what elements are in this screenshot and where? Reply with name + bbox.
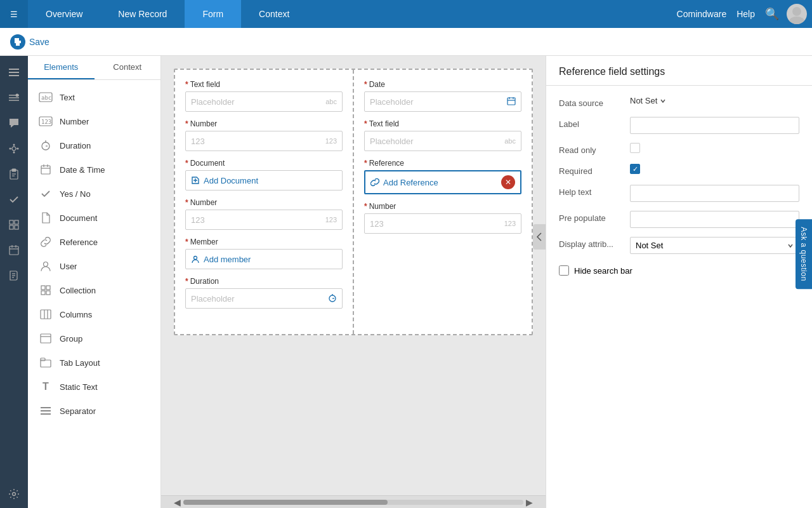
read-only-checkbox[interactable] <box>630 143 640 153</box>
add-member-btn[interactable]: Add member <box>191 255 251 264</box>
text-element-icon: abc <box>38 90 53 105</box>
scrollbar-track[interactable] <box>183 500 523 505</box>
list-item[interactable]: T Static Text <box>28 375 160 399</box>
sidebar-check-icon[interactable] <box>3 188 25 211</box>
data-source-dropdown[interactable]: Not Set <box>630 96 799 105</box>
svg-rect-67 <box>508 98 515 105</box>
settings-panel: Reference field settings Data source Not… <box>546 56 812 508</box>
tab-context-panel[interactable]: Context <box>95 56 161 79</box>
list-item[interactable]: Yes / No <box>28 182 160 206</box>
field-input-member-1[interactable]: Add member <box>185 249 343 269</box>
brand-name: Comindware <box>677 9 727 19</box>
data-source-value: Not Set <box>630 96 799 105</box>
list-item[interactable]: Separator <box>28 399 160 423</box>
svg-rect-3 <box>16 43 20 46</box>
list-item[interactable]: abc Text <box>28 85 160 109</box>
tab-form[interactable]: Form <box>185 0 241 28</box>
save-button[interactable]: Save <box>10 34 49 50</box>
list-item[interactable]: User <box>28 254 160 278</box>
required-value: ✓ <box>630 164 799 174</box>
datetime-element-icon <box>38 162 53 177</box>
svg-point-15 <box>10 148 11 150</box>
field-group-date-1: * Date Placeholder <box>364 80 521 112</box>
pre-populate-input[interactable] <box>630 211 799 228</box>
list-item[interactable]: Date & Time <box>28 157 160 182</box>
svg-rect-58 <box>41 360 51 367</box>
list-item[interactable]: Reference <box>28 230 160 254</box>
svg-rect-29 <box>10 246 18 255</box>
save-label: Save <box>29 37 49 47</box>
ask-question-button[interactable]: Ask a question <box>796 219 812 289</box>
add-document-btn[interactable]: Add Document <box>191 176 258 185</box>
field-input-text-1[interactable]: Placeholder abc <box>185 91 343 112</box>
svg-text:123: 123 <box>41 119 51 125</box>
sidebar-calendar-icon[interactable] <box>3 239 25 262</box>
field-input-number-1[interactable]: 123 123 <box>185 131 343 151</box>
add-reference-btn[interactable]: Add Reference <box>370 178 438 187</box>
data-source-label: Data source <box>559 96 622 108</box>
help-link[interactable]: Help <box>737 9 755 19</box>
collection-element-icon <box>38 283 53 298</box>
scroll-right-arrow[interactable]: ▶ <box>523 497 535 507</box>
display-attrib-value: Not Set <box>630 237 799 254</box>
label-input[interactable] <box>630 117 799 134</box>
tab-new-record[interactable]: New Record <box>100 0 185 28</box>
hamburger-button[interactable]: ☰ <box>0 0 28 28</box>
sidebar-hub-icon[interactable] <box>3 137 25 160</box>
field-input-textfield-right-1[interactable]: Placeholder abc <box>364 131 521 151</box>
list-item[interactable]: Tab Layout <box>28 351 160 375</box>
display-attrib-label: Display attrib... <box>559 237 622 249</box>
field-input-document-1[interactable]: Add Document <box>185 170 343 190</box>
sidebar-lines-icon[interactable] <box>3 86 25 109</box>
field-label-text-1: * Text field <box>185 80 343 89</box>
sidebar-settings-icon[interactable] <box>3 483 25 505</box>
field-group-number-2: * Number 123 123 <box>185 198 343 230</box>
scroll-left-arrow[interactable]: ◀ <box>171 497 183 507</box>
field-group-number-3: * Number 123 123 <box>364 202 521 234</box>
canvas-area: * Text field Placeholder abc * Number <box>161 56 546 508</box>
sidebar-chat-icon[interactable] <box>3 112 25 135</box>
label-value <box>630 117 799 134</box>
svg-point-16 <box>17 148 19 150</box>
field-input-duration-1[interactable]: Placeholder <box>185 288 343 309</box>
duration-element-icon <box>38 138 53 153</box>
list-item[interactable]: Document <box>28 206 160 230</box>
settings-title: Reference field settings <box>546 56 812 86</box>
field-input-number-3[interactable]: 123 123 <box>364 213 521 234</box>
toggle-panel-button[interactable] <box>533 224 546 250</box>
tab-elements[interactable]: Elements <box>28 56 95 79</box>
tab-context[interactable]: Context <box>241 0 307 28</box>
elements-panel: Elements Context abc Text 123 Number <box>28 56 161 508</box>
list-item[interactable]: Group <box>28 326 160 351</box>
help-text-input[interactable] <box>630 185 799 202</box>
sidebar-book-icon[interactable] <box>3 264 25 287</box>
required-checkbox[interactable]: ✓ <box>630 164 640 174</box>
field-label-date-1: * Date <box>364 80 521 89</box>
field-input-number-2[interactable]: 123 123 <box>185 210 343 230</box>
sidebar-list-icon[interactable] <box>3 61 25 84</box>
display-attrib-dropdown[interactable]: Not Set <box>630 237 799 254</box>
field-input-date-1[interactable]: Placeholder <box>364 91 521 112</box>
help-text-label: Help text <box>559 185 622 197</box>
list-item[interactable]: 123 Number <box>28 109 160 133</box>
reference-field-close-button[interactable]: ✕ <box>501 175 515 189</box>
svg-rect-22 <box>12 169 16 171</box>
field-input-reference-1[interactable]: Add Reference ✕ <box>364 170 521 194</box>
form-container: * Text field Placeholder abc * Number <box>174 69 533 335</box>
search-icon[interactable]: 🔍 <box>765 7 779 21</box>
hide-search-bar-checkbox[interactable] <box>559 265 569 276</box>
tab-overview[interactable]: Overview <box>28 0 100 28</box>
list-item[interactable]: Collection <box>28 278 160 302</box>
avatar[interactable] <box>787 4 807 24</box>
svg-rect-56 <box>41 334 51 343</box>
sidebar-clipboard-icon[interactable] <box>3 163 25 185</box>
separator-element-icon <box>38 403 53 418</box>
scrollbar-thumb[interactable] <box>183 500 388 505</box>
field-label-member-1: * Member <box>185 237 343 246</box>
svg-point-12 <box>12 147 16 150</box>
list-item[interactable]: Duration <box>28 133 160 157</box>
field-label-number-3: * Number <box>364 202 521 211</box>
list-item[interactable]: Columns <box>28 302 160 326</box>
number-type-icon-3: 123 <box>504 220 516 227</box>
sidebar-grid-icon[interactable] <box>3 213 25 236</box>
